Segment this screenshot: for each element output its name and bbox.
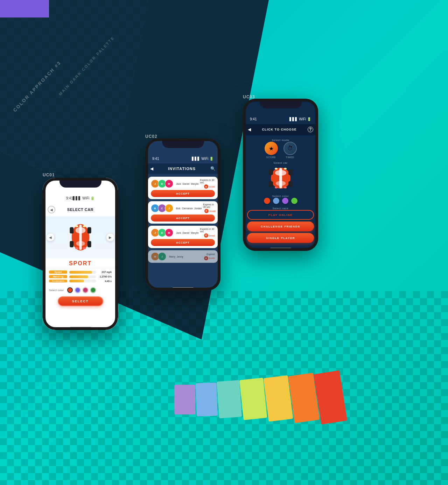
- play-online-btn[interactable]: PLAY ONLINE: [247, 210, 314, 220]
- car-name: SPORT: [69, 260, 92, 267]
- mode-timed-btn[interactable]: ⏱ TIMED: [284, 142, 297, 159]
- phone2-screen-title: INVITATIONS: [153, 167, 210, 171]
- invite2-badge: ⏱ timed: [204, 209, 215, 213]
- select-car-button[interactable]: SELECT: [58, 296, 103, 306]
- stat-handling: Handling 1.2780 G's: [49, 275, 112, 278]
- phone2-search-icon[interactable]: 🔍: [210, 166, 216, 171]
- name-bob: Bob: [176, 207, 180, 210]
- invite2-top: B C J Bob Clemance Jordan Expires in 30 …: [151, 203, 215, 213]
- phone2-content: 9:41 ▋▋▋ WiFi 🔋 ◀ INVITATIONS 🔍 J D M: [145, 151, 220, 290]
- handling-bar: [69, 275, 88, 278]
- score-icon-1: ★: [204, 184, 208, 189]
- acceleration-bar-container: [69, 280, 96, 282]
- single-player-btn[interactable]: SINGLE PLAYER: [247, 233, 314, 243]
- invite4-top: M J Marry Jenny Expired ★ score: [151, 252, 215, 261]
- color-select-label: Select color: [49, 289, 64, 292]
- svg-rect-5: [87, 227, 91, 233]
- phone2-back-icon[interactable]: ◀: [150, 166, 153, 171]
- p3-color-green[interactable]: [291, 198, 298, 204]
- color-pink[interactable]: [83, 287, 88, 293]
- score-mode-icon: ★: [265, 142, 278, 155]
- name-marry: Marry: [169, 255, 175, 258]
- invite-card-2: B C J Bob Clemance Jordan Expires in 30 …: [148, 201, 218, 224]
- timed-mode-icon: ⏱: [284, 142, 297, 155]
- invite4-avatars: M J: [151, 252, 166, 261]
- accept-btn-1[interactable]: ACCEPT: [151, 190, 215, 197]
- phone3-body: Select mode ★ SCORE ⏱ TIMED Select car: [243, 135, 318, 251]
- invite3-top: J D M Jack Daniel Marylin Expires in 30 …: [151, 228, 215, 238]
- phone1-time: 9:41: [66, 196, 73, 200]
- phone3-mockup: 9:41 ▋▋▋ WiFi 🔋 ◀ CLICK TO CHOOSE ? Sele…: [243, 99, 318, 251]
- color-purple[interactable]: [75, 287, 80, 293]
- invite4-expires: Expired: [206, 253, 215, 255]
- phone3-signal: ▋▋▋ WiFi 🔋: [289, 117, 311, 121]
- name-jack3: Jack: [176, 232, 181, 234]
- phone1-mockup: 9:41 ▋▋▋ WiFi 🔋 ◀ SELECT CAR ◀: [43, 178, 118, 330]
- invite1-avatars: J D M: [151, 180, 173, 188]
- phone3-content: 9:41 ▋▋▋ WiFi 🔋 ◀ CLICK TO CHOOSE ? Sele…: [243, 111, 318, 251]
- swatch-lavender: [174, 385, 195, 415]
- phone1-status-bar: 9:41 ▋▋▋ WiFi 🔋: [59, 190, 102, 203]
- timed-mode-label: TIMED: [286, 156, 294, 159]
- svg-point-10: [75, 247, 78, 249]
- handling-value: 1.2780 G's: [98, 275, 112, 278]
- svg-rect-15: [279, 168, 282, 188]
- name-clemance: Clemance: [182, 207, 193, 210]
- svg-point-9: [83, 225, 86, 227]
- phone3-car-image: [267, 166, 295, 190]
- back-button[interactable]: ◀: [48, 206, 55, 213]
- race-buttons: PLAY ONLINE CHALLENGE FRIENDS SINGLE PLA…: [247, 210, 314, 243]
- color-select-row: Select color: [43, 286, 118, 294]
- phone1-signal: ▋▋▋ WiFi 🔋: [73, 196, 94, 200]
- acceleration-label: Acceleration: [49, 280, 67, 282]
- accept-btn-2[interactable]: ACCEPT: [151, 215, 215, 222]
- score-mode-label: SCORE: [266, 156, 276, 159]
- select-race-label: Select race: [247, 207, 314, 210]
- select-car-label: Select car: [247, 161, 314, 164]
- phone2-status-bar: 9:41 ▋▋▋ WiFi 🔋: [145, 151, 220, 163]
- select-car-section: Select car: [247, 161, 314, 192]
- speed-label: Speed: [49, 270, 67, 274]
- swatch-lightblue: [196, 382, 218, 416]
- car-prev-button[interactable]: ◀: [46, 233, 55, 241]
- invite1-badge: ★ score: [204, 184, 215, 189]
- phone3-home-indicator: [270, 248, 291, 249]
- svg-point-23: [284, 187, 287, 189]
- stat-acceleration: Acceleration 4.49 s: [49, 280, 112, 282]
- invite1-top: J D M Jack Daniel Marylin Expires in 30 …: [151, 179, 215, 189]
- svg-point-11: [83, 247, 86, 249]
- svg-rect-16: [269, 169, 273, 175]
- invite1-names: Jack Daniel Marylin: [176, 183, 199, 185]
- p3-color-purple[interactable]: [282, 198, 288, 204]
- svg-rect-4: [70, 227, 74, 233]
- invite2-names: Bob Clemance Jordan: [176, 207, 202, 210]
- color-orange[interactable]: [67, 287, 73, 293]
- phone2-signal: ▋▋▋ WiFi 🔋: [192, 157, 214, 161]
- p3-color-red[interactable]: [264, 198, 270, 204]
- phone3-car-display: [247, 164, 314, 192]
- avatar-jenny: J: [158, 252, 166, 261]
- accept-btn-3[interactable]: ACCEPT: [151, 239, 215, 246]
- name-daniel1: Daniel: [182, 183, 189, 185]
- name-jack1: Jack: [176, 183, 181, 185]
- p3-color-blue[interactable]: [273, 198, 279, 204]
- svg-point-22: [275, 187, 278, 189]
- select-race-section: Select race PLAY ONLINE CHALLENGE FRIEND…: [247, 207, 314, 243]
- phone3-status-bar: 9:41 ▋▋▋ WiFi 🔋: [243, 111, 318, 124]
- phone1-header: ◀ SELECT CAR: [43, 203, 118, 216]
- handling-bar-container: [69, 275, 96, 278]
- phone3-back-icon[interactable]: ◀: [248, 127, 251, 132]
- car-next-button[interactable]: ▶: [106, 233, 114, 241]
- phone3-help-icon[interactable]: ?: [308, 127, 313, 132]
- challenge-friends-btn[interactable]: CHALLENGE FRIENDS: [247, 222, 314, 231]
- speed-value: 237 mph: [98, 271, 112, 273]
- select-mode-label: Select mode: [247, 139, 314, 142]
- color-green[interactable]: [90, 287, 96, 293]
- mode-score-btn[interactable]: ★ SCORE: [265, 142, 278, 159]
- mode-row: ★ SCORE ⏱ TIMED: [247, 142, 314, 159]
- home-indicator: [70, 327, 91, 328]
- invite2-avatars: B C J: [151, 204, 173, 212]
- name-marylin1: Marylin: [191, 183, 199, 185]
- badge-label-4: score: [209, 257, 215, 259]
- speed-bar-container: [69, 271, 96, 274]
